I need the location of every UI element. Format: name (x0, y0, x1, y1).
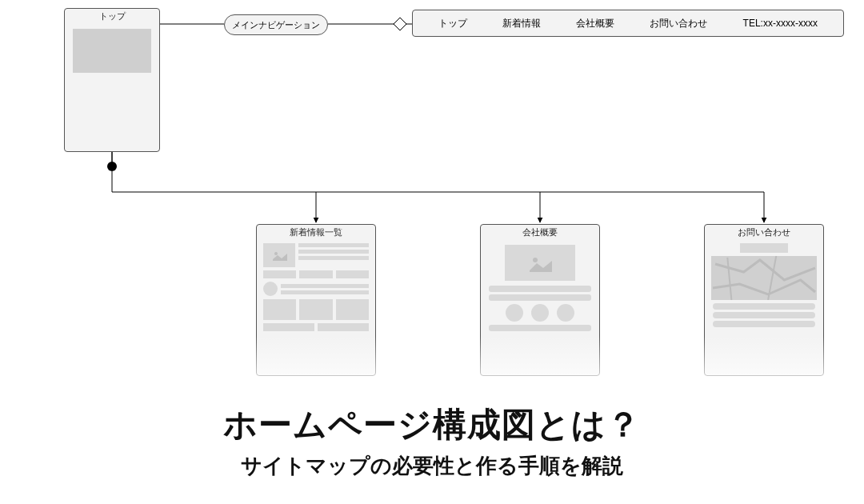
main-navigation-label: メインナビゲーション (224, 14, 328, 35)
image-placeholder-icon (505, 245, 575, 281)
navbar-item: お問い合わせ (650, 17, 707, 30)
node-top: トップ (64, 8, 160, 152)
node-top-label: トップ (65, 9, 159, 24)
navbar-item: 会社概要 (576, 17, 614, 30)
node-news-list-label: 新着情報一覧 (257, 225, 375, 240)
image-placeholder-icon (263, 243, 295, 267)
article-subtitle: サイトマップの必要性と作る手順を解説 (0, 452, 864, 480)
map-placeholder-icon (711, 256, 817, 300)
article-title: ホームページ構成図とは？ (0, 402, 864, 447)
navbar-item: 新着情報 (502, 17, 541, 30)
svg-point-12 (274, 252, 278, 255)
svg-point-5 (107, 162, 117, 171)
top-hero-placeholder (73, 29, 151, 73)
node-company-label: 会社概要 (481, 225, 599, 240)
navbar-preview: トップ 新着情報 会社概要 お問い合わせ TEL:xx-xxxx-xxxx (412, 10, 844, 37)
avatar-placeholder-icon (263, 282, 278, 296)
article-headline: ホームページ構成図とは？ サイトマップの必要性と作る手順を解説 (0, 402, 864, 480)
main-navigation-label-text: メインナビゲーション (232, 19, 320, 31)
node-contact-label: お問い合わせ (705, 225, 823, 240)
svg-point-14 (533, 258, 538, 262)
svg-marker-2 (394, 18, 406, 30)
navbar-item: TEL:xx-xxxx-xxxx (743, 18, 818, 29)
navbar-item: トップ (438, 17, 467, 30)
